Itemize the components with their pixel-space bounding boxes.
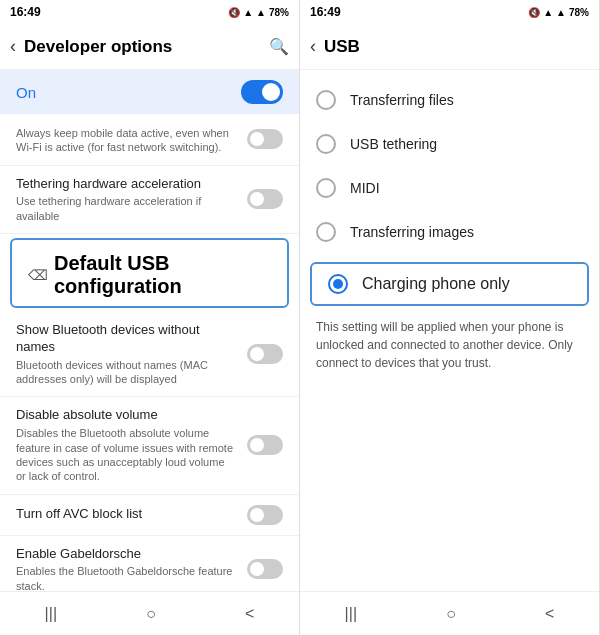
tethering-toggle[interactable] [247,189,283,209]
abs-volume-toggle[interactable] [247,435,283,455]
right-signal-icon: ▲ [543,7,553,18]
wifi-icon: ▲ [256,7,266,18]
mobile-data-item: Always keep mobile data active, even whe… [0,114,299,166]
right-time: 16:49 [310,5,341,19]
right-bottom-nav: ||| ○ < [300,591,599,635]
left-nav-home[interactable]: ○ [126,597,176,631]
abs-volume-title: Disable absolute volume [16,407,237,424]
label-charging-only: Charging phone only [362,275,510,293]
right-wifi-icon: ▲ [556,7,566,18]
signal-icon: ▲ [243,7,253,18]
radio-transferring-images [316,222,336,242]
mobile-data-subtitle: Always keep mobile data active, even whe… [16,126,237,155]
back-icon[interactable]: ‹ [10,36,16,57]
on-label: On [16,84,36,101]
left-nav-menu[interactable]: ||| [25,597,77,631]
left-status-icons: 🔇 ▲ ▲ 78% [228,7,289,18]
avc-title: Turn off AVC block list [16,506,237,523]
right-title: USB [324,37,589,57]
tethering-title: Tethering hardware acceleration [16,176,237,193]
default-usb-header[interactable]: ⌫ Default USB configuration [10,238,289,308]
usb-info-text: This setting will be applied when your p… [300,306,599,384]
usb-option-midi[interactable]: MIDI [300,166,599,210]
gabeldorsche-text: Enable Gabeldorsche Enables the Bluetoot… [16,546,247,591]
label-transferring-images: Transferring images [350,224,474,240]
tethering-subtitle: Use tethering hardware acceleration if a… [16,194,237,223]
radio-tethering [316,134,336,154]
label-usb-tethering: USB tethering [350,136,437,152]
developer-toggle[interactable] [241,80,283,104]
left-title: Developer options [24,37,261,57]
bluetooth-subtitle: Bluetooth devices without names (MAC add… [16,358,237,387]
usb-option-list: Transferring files USB tethering MIDI Tr… [300,70,599,262]
right-battery-icon: 78% [569,7,589,18]
mobile-data-toggle[interactable] [247,129,283,149]
radio-transferring-files [316,90,336,110]
radio-charging-only [328,274,348,294]
gabeldorsche-subtitle: Enables the Bluetooth Gabeldorsche featu… [16,564,237,591]
right-nav-back[interactable]: < [525,597,574,631]
right-status-bar: 16:49 🔇 ▲ ▲ 78% [300,0,599,24]
right-top-bar: ‹ USB [300,24,599,70]
left-content: On Always keep mobile data active, even … [0,70,299,591]
right-back-icon[interactable]: ‹ [310,36,316,57]
gabeldorsche-toggle[interactable] [247,559,283,579]
left-time: 16:49 [10,5,41,19]
left-status-bar: 16:49 🔇 ▲ ▲ 78% [0,0,299,24]
usb-plug-icon: ⌫ [28,267,48,283]
usb-option-tethering[interactable]: USB tethering [300,122,599,166]
avc-text: Turn off AVC block list [16,506,247,523]
search-icon[interactable]: 🔍 [269,37,289,56]
usb-option-transferring-images[interactable]: Transferring images [300,210,599,254]
left-top-bar: ‹ Developer options 🔍 [0,24,299,70]
usb-option-charging-box[interactable]: Charging phone only [310,262,589,306]
bluetooth-toggle[interactable] [247,344,283,364]
battery-icon: 78% [269,7,289,18]
right-nav-menu[interactable]: ||| [325,597,377,631]
right-content: Transferring files USB tethering MIDI Tr… [300,70,599,591]
bluetooth-text: Show Bluetooth devices without names Blu… [16,322,247,386]
avc-item: Turn off AVC block list [0,495,299,536]
mobile-data-text: Always keep mobile data active, even whe… [16,124,247,155]
bluetooth-item: Show Bluetooth devices without names Blu… [0,312,299,397]
right-nav-home[interactable]: ○ [426,597,476,631]
label-midi: MIDI [350,180,380,196]
tethering-text: Tethering hardware acceleration Use teth… [16,176,247,223]
developer-on-row[interactable]: On [0,70,299,114]
default-usb-label: Default USB configuration [54,252,271,298]
label-transferring-files: Transferring files [350,92,454,108]
left-panel: 16:49 🔇 ▲ ▲ 78% ‹ Developer options 🔍 On… [0,0,300,635]
silent-icon: 🔇 [228,7,240,18]
left-bottom-nav: ||| ○ < [0,591,299,635]
left-nav-back[interactable]: < [225,597,274,631]
right-status-icons: 🔇 ▲ ▲ 78% [528,7,589,18]
right-silent-icon: 🔇 [528,7,540,18]
tethering-item: Tethering hardware acceleration Use teth… [0,166,299,234]
right-panel: 16:49 🔇 ▲ ▲ 78% ‹ USB Transferring files… [300,0,600,635]
avc-toggle[interactable] [247,505,283,525]
bluetooth-title: Show Bluetooth devices without names [16,322,237,356]
abs-volume-item: Disable absolute volume Disables the Blu… [0,397,299,494]
abs-volume-subtitle: Disables the Bluetooth absolute volume f… [16,426,237,483]
gabeldorsche-item: Enable Gabeldorsche Enables the Bluetoot… [0,536,299,591]
abs-volume-text: Disable absolute volume Disables the Blu… [16,407,247,483]
gabeldorsche-title: Enable Gabeldorsche [16,546,237,563]
radio-midi [316,178,336,198]
usb-option-transferring-files[interactable]: Transferring files [300,78,599,122]
